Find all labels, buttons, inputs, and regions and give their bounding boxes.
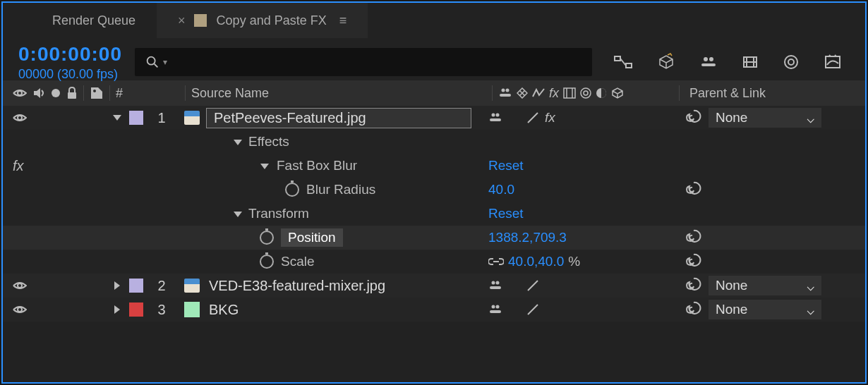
twirl-icon[interactable] (107, 114, 127, 121)
reset-link[interactable]: Reset (488, 206, 524, 221)
close-tab-icon[interactable]: × (178, 13, 186, 28)
frameblend-switch-icon (563, 87, 576, 99)
stopwatch-icon[interactable] (260, 255, 274, 269)
source-name-column[interactable]: Source Name (186, 86, 492, 101)
constrain-link-icon[interactable] (488, 257, 504, 267)
twirl-icon[interactable] (107, 305, 127, 314)
fx-switch[interactable]: fx (545, 110, 555, 126)
svg-point-29 (492, 114, 495, 117)
timeline-panel: Render Queue × Copy and Paste FX ≡ 0:00:… (1, 1, 867, 384)
value-position[interactable]: 1388.2,709.3 (488, 230, 567, 245)
prop-scale[interactable]: Scale 40.0,40.0% (3, 250, 865, 274)
svg-point-20 (506, 89, 510, 92)
svg-point-17 (93, 90, 96, 92)
shy-switch[interactable] (488, 279, 502, 292)
stopwatch-icon[interactable] (260, 231, 274, 245)
layer-name[interactable]: PetPeeves-Featured.jpg (206, 108, 471, 128)
label-swatch[interactable] (129, 111, 143, 125)
panel-tabs: Render Queue × Copy and Paste FX ≡ (3, 3, 865, 38)
svg-point-15 (52, 89, 60, 97)
quality-switch[interactable] (526, 303, 539, 316)
switches-column: fx (493, 86, 679, 101)
solid-icon (184, 302, 200, 317)
stopwatch-icon[interactable] (285, 183, 299, 197)
tab-composition[interactable]: × Copy and Paste FX ≡ (157, 3, 368, 38)
timecode[interactable]: 0:00:00:00 (18, 43, 122, 66)
parent-column[interactable]: Parent & Link (680, 86, 766, 101)
svg-point-5 (704, 57, 708, 61)
svg-line-1 (155, 64, 158, 68)
search-input[interactable]: ▾ (135, 48, 592, 76)
svg-point-0 (147, 57, 155, 65)
fx-switch-icon: fx (549, 86, 559, 101)
svg-point-27 (18, 116, 22, 120)
label-swatch[interactable] (129, 302, 143, 317)
label-column-icon[interactable] (90, 86, 104, 100)
prop-position[interactable]: Position 1388.2,709.3 (3, 226, 865, 250)
prop-blur-radius[interactable]: Blur Radius 40.0 (3, 178, 865, 202)
svg-point-35 (496, 281, 500, 285)
visibility-toggle[interactable] (13, 112, 27, 123)
twirl-down-icon[interactable] (260, 163, 270, 170)
svg-rect-21 (564, 88, 575, 98)
index-column[interactable]: # (116, 86, 123, 101)
shy-icon[interactable] (699, 53, 718, 71)
pickwhip-icon[interactable] (686, 109, 701, 128)
layer-name[interactable]: BKG (206, 300, 471, 319)
svg-point-37 (18, 307, 22, 312)
search-icon (145, 54, 160, 70)
video-column-icon[interactable] (13, 87, 27, 99)
tab-render-queue[interactable]: Render Queue (31, 3, 157, 38)
twirl-down-icon[interactable] (233, 211, 243, 218)
parent-dropdown[interactable]: None⌵ (709, 108, 821, 128)
effects-group[interactable]: Effects (3, 130, 865, 154)
comp-icon (194, 14, 207, 27)
layer-index: 2 (145, 278, 178, 294)
layer-row-3[interactable]: 3 BKG None⌵ (3, 298, 865, 322)
pickwhip-icon[interactable] (686, 276, 701, 295)
shy-switch-icon (498, 87, 512, 99)
layer-row-1[interactable]: 1 PetPeeves-Featured.jpg fx None⌵ (3, 106, 865, 130)
tab-menu-icon[interactable]: ≡ (339, 13, 347, 28)
label-swatch[interactable] (129, 279, 143, 293)
lock-column-icon[interactable] (66, 87, 78, 99)
transform-group[interactable]: Transform Reset (3, 202, 865, 226)
value-blur-radius[interactable]: 40.0 (488, 182, 514, 197)
parent-dropdown[interactable]: None⌵ (709, 300, 821, 319)
quality-switch[interactable] (526, 279, 539, 292)
reset-link[interactable]: Reset (488, 158, 524, 173)
svg-rect-38 (490, 310, 501, 313)
svg-rect-2 (615, 56, 620, 61)
column-header: # Source Name fx Parent & Link (3, 80, 865, 106)
quality-switch[interactable] (526, 111, 539, 124)
svg-point-19 (502, 89, 505, 92)
motion-blur-icon[interactable] (783, 53, 800, 71)
visibility-toggle[interactable] (13, 280, 27, 291)
graph-editor-icon[interactable] (824, 53, 842, 71)
pickwhip-icon[interactable] (686, 228, 701, 248)
chevron-down-icon: ⌵ (807, 110, 814, 126)
parent-dropdown[interactable]: None⌵ (709, 276, 821, 295)
pickwhip-icon[interactable] (686, 300, 701, 319)
draft-3d-icon[interactable] (657, 53, 675, 71)
svg-point-14 (18, 91, 22, 95)
value-scale[interactable]: 40.0,40.0 (508, 254, 564, 269)
twirl-down-icon[interactable] (233, 139, 243, 146)
solo-column-icon[interactable] (51, 88, 61, 98)
shy-switch[interactable] (488, 111, 502, 124)
visibility-toggle[interactable] (13, 304, 27, 315)
audio-column-icon[interactable] (32, 87, 45, 99)
effect-fastboxblur[interactable]: fx Fast Box Blur Reset (3, 154, 865, 178)
jpeg-icon (184, 279, 200, 293)
layer-row-2[interactable]: 2 VED-E38-featured-mixer.jpg None⌵ (3, 274, 865, 298)
pickwhip-icon[interactable] (686, 252, 701, 271)
svg-line-36 (528, 281, 538, 291)
layer-name[interactable]: VED-E38-featured-mixer.jpg (206, 276, 471, 295)
twirl-icon[interactable] (107, 281, 127, 291)
pickwhip-icon[interactable] (686, 181, 701, 200)
frame-blend-icon[interactable] (742, 53, 759, 71)
comp-mini-flowchart-icon[interactable] (613, 53, 633, 71)
layer-index: 1 (145, 110, 178, 126)
shy-switch[interactable] (488, 303, 502, 316)
fx-badge[interactable]: fx (13, 158, 24, 174)
